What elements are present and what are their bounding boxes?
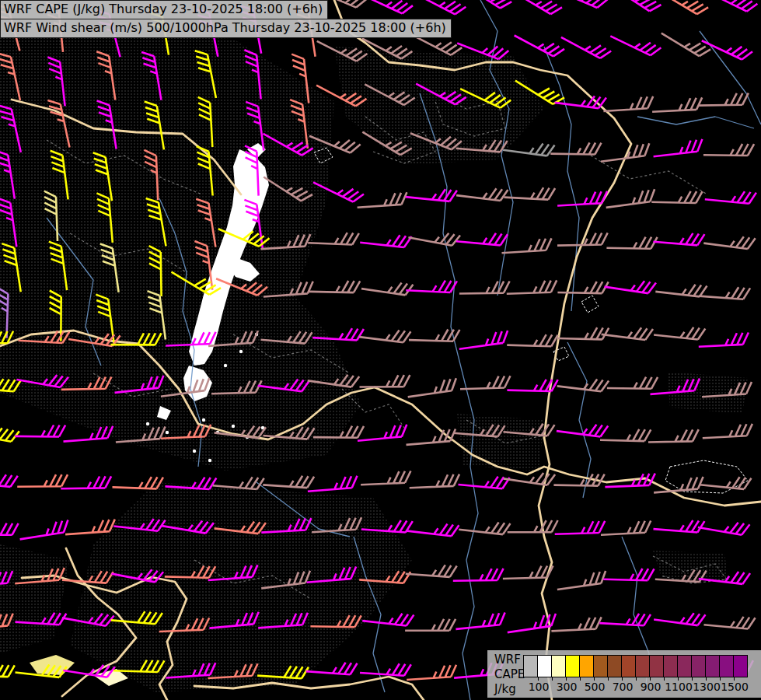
map-title-cape: WRF CAPE (J/kg) Thursday 23-10-2025 18:0… [0,0,328,19]
title-bar: WRF CAPE (J/kg) Thursday 23-10-2025 18:0… [0,0,452,38]
legend-color-cell [691,655,706,677]
map-canvas [0,0,761,700]
legend-color-cell [621,655,636,677]
cape-speck [232,425,235,428]
map-title-shear: WRF Wind shear (m/s) 500/1000hPa Thursda… [0,19,452,38]
legend-tick-label: 300 [557,681,578,693]
cape-legend: WRF CAPE J/kg 10030050070090011001300150… [487,650,761,698]
legend-color-cell [733,655,748,677]
legend-colorbar [524,655,748,677]
legend-color-cell [705,655,720,677]
cape-speck [193,450,196,453]
legend-color-cell [579,655,594,677]
cape-speck [166,431,169,434]
weather-map: WRF CAPE (J/kg) Thursday 23-10-2025 18:0… [0,0,761,700]
legend-color-cell [537,655,552,677]
legend-tick-label: 900 [641,681,662,693]
legend-color-cell [607,655,622,677]
legend-color-cell [593,655,608,677]
legend-title-model: WRF [494,653,525,667]
legend-tick-mark [552,677,553,681]
legend-color-cell [677,655,692,677]
legend-color-cell [551,655,566,677]
legend-tick-label: 1500 [721,681,749,693]
legend-ticks: 100300500700900110013001500 [525,677,758,697]
legend-tick-label: 100 [529,681,550,693]
legend-color-cell [649,655,664,677]
legend-tick-mark [636,677,637,681]
cape-speck [146,422,149,425]
legend-color-cell [719,655,734,677]
legend-tick-label: 1100 [665,681,693,693]
cape-speck [208,459,211,462]
cape-speck [239,350,243,353]
legend-tick-mark [608,677,609,681]
legend-color-cell [635,655,650,677]
legend-title-units: J/kg [494,682,525,697]
legend-title: WRF CAPE J/kg [494,653,525,697]
legend-color-cell [523,655,538,677]
legend-tick-label: 700 [613,681,634,693]
legend-tick-mark [580,677,581,681]
legend-tick-label: 1300 [693,681,721,693]
legend-title-variable: CAPE [494,667,525,682]
legend-tick-label: 500 [585,681,606,693]
cape-speck [202,418,205,422]
legend-color-cell [663,655,678,677]
cape-speck [224,364,227,367]
legend-color-cell [565,655,580,677]
